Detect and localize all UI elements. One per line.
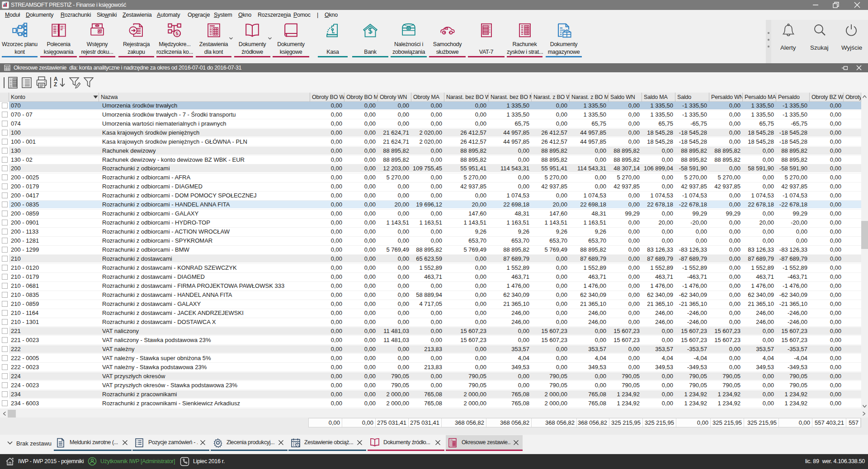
svg-text:5: 5 xyxy=(175,31,178,36)
